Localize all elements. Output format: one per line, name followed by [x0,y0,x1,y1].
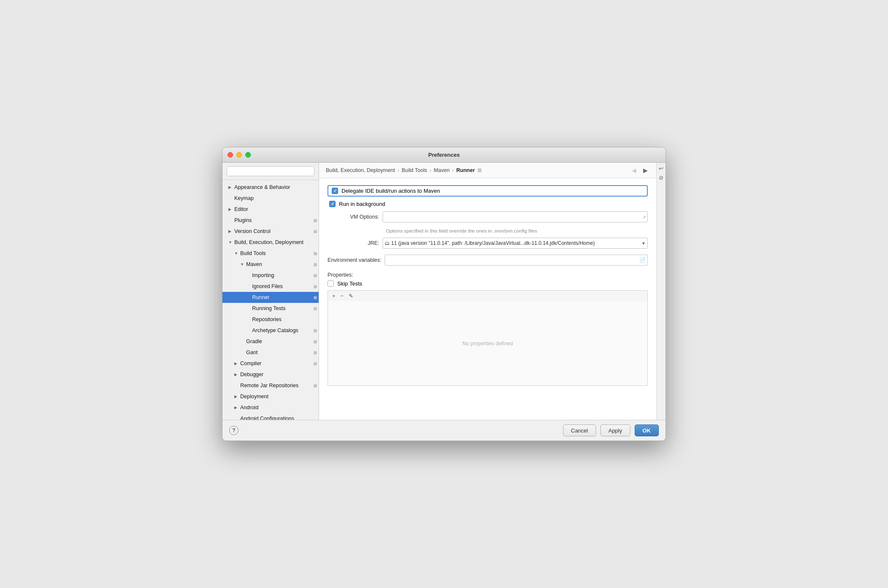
search-wrap: ⌕ [227,166,314,176]
expand-icon: ▼ [240,262,246,266]
jre-label: JRE: [327,240,383,246]
env-label: Environment variables: [327,257,385,263]
breadcrumb: Build, Execution, Deployment › Build Too… [326,167,482,173]
sidebar-item-debugger[interactable]: ▶ Debugger [222,369,319,380]
vm-options-label: VM Options: [327,214,383,220]
sidebar-item-build-exec[interactable]: ▼ Build, Execution, Deployment [222,237,319,248]
footer-buttons: Cancel Apply OK [563,424,659,436]
expand-icon: ▶ [234,372,240,377]
breadcrumb-runner: Runner [456,167,475,173]
close-button[interactable] [228,152,233,158]
sidebar-item-deployment[interactable]: ▶ Deployment [222,391,319,402]
breadcrumb-sep-2: › [430,168,431,173]
maximize-button[interactable] [245,152,251,158]
sidebar-item-android-configs[interactable]: Android Configurations [222,413,319,420]
breadcrumb-sep-1: › [397,168,399,173]
footer-left: ? [229,426,239,435]
traffic-lights [228,152,251,158]
sidebar-item-android[interactable]: ▶ Android [222,402,319,413]
sidebar-item-gant[interactable]: Gant ⊞ [222,347,319,358]
env-doc-icon: 📄 [639,257,646,263]
titlebar: Preferences [222,147,666,163]
properties-header: Properties: [327,272,648,278]
gant-badge: ⊞ [314,350,317,355]
vm-options-wrap: ⤢ [383,211,648,222]
edit-property-button[interactable]: ✎ [347,292,355,300]
breadcrumb-build: Build, Execution, Deployment [326,167,395,173]
env-input[interactable]: 📄 [385,255,648,266]
sidebar-item-running-tests[interactable]: Running Tests ⊞ [222,303,319,314]
run-background-row: Run in background [327,201,648,207]
properties-table: No properties defined [327,301,648,386]
sidebar-item-keymap[interactable]: Keymap [222,193,319,204]
sidebar-item-maven[interactable]: ▼ Maven ⊞ [222,259,319,270]
search-input[interactable] [227,166,314,176]
sidebar-item-ignored-files[interactable]: Ignored Files ⊞ [222,281,319,292]
delegate-label: Delegate IDE build/run actions to Maven [341,188,440,194]
build-tools-badge: ⊞ [314,251,317,256]
undo-button[interactable]: ↩ [658,164,665,172]
vm-options-hint: Options specified in this field override… [386,228,648,233]
nav-back-button[interactable]: ◀ [630,166,638,175]
nav-forward-button[interactable]: ▶ [641,166,649,175]
apply-button[interactable]: Apply [600,424,630,436]
expand-icon: ▼ [234,251,240,255]
remove-property-button[interactable]: − [339,292,346,300]
minimize-button[interactable] [236,152,242,158]
cancel-button[interactable]: Cancel [563,424,596,436]
jre-row: JRE: 🗂 11 (java version "11.0.14", path:… [327,238,648,249]
breadcrumb-nav: ◀ ▶ [630,166,649,175]
run-background-checkbox[interactable] [329,201,336,207]
compiler-badge: ⊞ [314,361,317,366]
ok-button[interactable]: OK [635,424,659,436]
vm-options-input[interactable] [383,211,648,222]
expand-icon: ▶ [234,361,240,366]
sidebar-item-repositories[interactable]: Repositories [222,314,319,325]
no-properties-text: No properties defined [462,341,513,347]
plugins-badge: ⊞ [314,218,317,223]
sidebar-item-plugins[interactable]: Plugins ⊞ [222,215,319,226]
sidebar-item-gradle[interactable]: Gradle ⊞ [222,336,319,347]
skip-tests-label: Skip Tests [337,280,362,287]
sidebar-tree: ▶ Appearance & Behavior Keymap ▶ Editor … [222,180,319,420]
sidebar: ⌕ ▶ Appearance & Behavior Keymap ▶ [222,163,319,420]
sidebar-item-version-control[interactable]: ▶ Version Control ⊞ [222,226,319,237]
search-box: ⌕ [222,163,319,180]
expand-icon: ▶ [234,394,240,399]
vm-options-row: VM Options: ⤢ [327,211,648,222]
properties-toolbar: + − ✎ [327,290,648,301]
breadcrumb-bar: Build, Execution, Deployment › Build Too… [319,163,656,178]
jre-dropdown-icon: ▼ [641,241,646,246]
main-content: Build, Execution, Deployment › Build Too… [319,163,656,420]
skip-tests-checkbox[interactable] [327,280,334,287]
sidebar-item-editor[interactable]: ▶ Editor [222,204,319,215]
sidebar-item-archetype-catalogs[interactable]: Archetype Catalogs ⊞ [222,325,319,336]
expand-icon: ▼ [228,240,234,244]
delegate-row: Delegate IDE build/run actions to Maven [327,185,648,197]
expand-icon: ▶ [228,185,234,189]
jre-select[interactable]: 🗂 11 (java version "11.0.14", path: /Lib… [383,238,648,249]
form-content: Delegate IDE build/run actions to Maven … [319,178,656,420]
jre-value: 🗂 11 (java version "11.0.14", path: /Lib… [385,240,595,246]
sidebar-item-build-tools[interactable]: ▼ Build Tools ⊞ [222,248,319,259]
sidebar-item-runner[interactable]: Runner ⊞ [222,292,319,303]
breadcrumb-build-tools: Build Tools [402,167,427,173]
sidebar-item-appearance[interactable]: ▶ Appearance & Behavior [222,182,319,193]
sidebar-item-importing[interactable]: Importing ⊞ [222,270,319,281]
importing-badge: ⊞ [314,273,317,278]
properties-section: Properties: Skip Tests + − ✎ [327,272,648,386]
vc-badge: ⊞ [314,229,317,234]
sidebar-item-remote-jar[interactable]: Remote Jar Repositories ⊞ [222,380,319,391]
runner-badge: ⊞ [314,295,317,300]
expand-vm-icon[interactable]: ⤢ [643,215,646,219]
remote-jar-badge: ⊞ [314,383,317,388]
right-panel: ↩ ⊘ [656,163,666,420]
add-property-button[interactable]: + [330,292,337,300]
archetype-badge: ⊞ [314,328,317,333]
help-button[interactable]: ? [229,426,239,435]
properties-label: Properties: [327,272,353,278]
no-action-button[interactable]: ⊘ [658,174,665,181]
preferences-window: Preferences ⌕ ▶ Appearance & Behavior [222,147,666,441]
sidebar-item-compiler[interactable]: ▶ Compiler ⊞ [222,358,319,369]
delegate-checkbox[interactable] [332,188,338,194]
